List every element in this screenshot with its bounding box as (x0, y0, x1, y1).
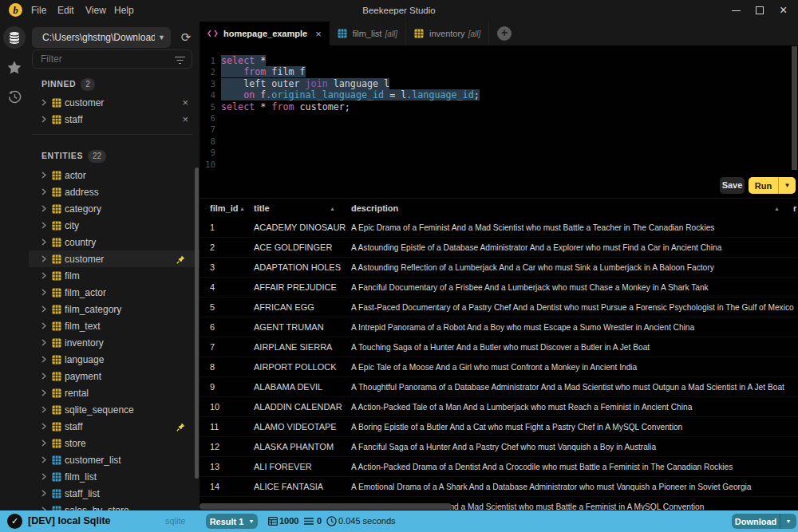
save-button[interactable]: Save (720, 177, 745, 194)
table-row[interactable]: 14ALICE FANTASIAA Emotional Drama of a A… (200, 477, 798, 497)
entities-item-payment[interactable]: payment (29, 368, 200, 384)
entities-item-category[interactable]: category (29, 200, 200, 217)
entities-item-film_text[interactable]: film_text (29, 317, 200, 334)
editor-line: 7 (200, 124, 480, 135)
horizontal-scrollbar[interactable] (200, 503, 452, 510)
sort-arrow-icon[interactable]: ▲ (774, 199, 780, 219)
table-row[interactable]: 11ALAMO VIDEOTAPEA Boring Epistle of a B… (200, 417, 798, 437)
cell-title: ALAMO VIDEOTAPE (254, 417, 348, 437)
cell-title: ALICE FANTASIA (254, 477, 348, 497)
cell-film-id: 2 (210, 238, 246, 258)
new-tab-button[interactable]: + (497, 26, 512, 41)
table-row[interactable]: 7AIRPLANE SIERRAA Touching Saga of a Hun… (200, 337, 798, 357)
entities-item-film_actor[interactable]: film_actor (29, 284, 200, 301)
chevron-right-icon (41, 255, 46, 262)
filter-icon (175, 56, 185, 65)
run-button[interactable]: Run▼ (749, 177, 796, 194)
refresh-icon[interactable]: ⟳ (176, 27, 196, 48)
pinned-item-staff[interactable]: staff× (29, 111, 200, 128)
table-icon (52, 372, 61, 381)
entities-item-address[interactable]: address (29, 183, 200, 200)
saved-queries-icon[interactable] (0, 61, 29, 77)
entities-item-city[interactable]: city (29, 217, 200, 234)
entities-item-staff_list[interactable]: staff_list (29, 485, 200, 502)
table-row[interactable]: 3ADAPTATION HOLESA Astounding Reflection… (200, 258, 798, 278)
column-header-film_id[interactable]: film_id (210, 199, 238, 219)
history-icon[interactable] (0, 89, 29, 104)
table-row[interactable]: 4AFFAIR PREJUDICEA Fanciful Documentary … (200, 278, 798, 298)
column-header-title[interactable]: title (254, 199, 270, 219)
table-row[interactable]: 13ALI FOREVERA Action-Packed Drama of a … (200, 457, 798, 477)
tab-close-icon[interactable]: × (315, 28, 322, 40)
entities-item-actor[interactable]: actor (29, 167, 200, 183)
pinned-indicator-icon[interactable] (176, 253, 185, 267)
entities-item-store[interactable]: store (29, 435, 200, 451)
sidebar: C:\Users\ghstng\Downloads▼ ⟳ Filter PINN… (29, 22, 200, 510)
cell-film-id: 8 (210, 357, 246, 377)
cell-description: A Fast-Paced Documentary of a Pastry Che… (351, 298, 798, 317)
column-header-partial[interactable]: r (793, 199, 796, 219)
table-row[interactable]: 9ALABAMA DEVILA Thoughtful Panorama of a… (200, 377, 798, 397)
table-icon (52, 422, 61, 432)
entities-item-sales_by_store[interactable]: sales_by_store (29, 502, 200, 510)
entities-item-film[interactable]: film (29, 267, 200, 284)
entities-item-customer[interactable]: customer (29, 250, 200, 267)
table-row[interactable]: 1ACADEMY DINOSAURA Epic Drama of a Femin… (200, 218, 798, 238)
entities-item-sqlite_sequence[interactable]: sqlite_sequence (29, 401, 200, 418)
pinned-header: PINNED2 (41, 78, 95, 89)
table-icon (52, 254, 61, 264)
connection-dropdown[interactable]: C:\Users\ghstng\Downloads▼ (32, 27, 171, 48)
unpin-icon[interactable]: × (182, 94, 188, 111)
entity-label: actor (65, 170, 86, 181)
unpin-icon[interactable]: × (182, 111, 188, 128)
entities-item-rental[interactable]: rental (29, 384, 200, 401)
filter-input[interactable]: Filter (32, 49, 192, 69)
minimize-button[interactable] (732, 10, 741, 11)
tab-film_list[interactable]: film_list[all] (330, 22, 406, 45)
tab-inventory[interactable]: inventory[all] (406, 22, 489, 45)
download-button[interactable]: Download▼ (732, 514, 796, 529)
line-number: 7 (200, 124, 215, 136)
table-row[interactable]: 12ALASKA PHANTOMA Fanciful Saga of a Hun… (200, 437, 798, 457)
entities-item-inventory[interactable]: inventory (29, 334, 200, 351)
editor-line: 5select * from customer; (200, 101, 480, 112)
entities-item-customer_list[interactable]: customer_list (29, 451, 200, 468)
entities-item-language[interactable]: language (29, 351, 200, 368)
pin-icon (176, 423, 185, 432)
entities-item-film_category[interactable]: film_category (29, 301, 200, 317)
cell-film-id: 13 (210, 457, 246, 477)
cell-title: AFRICAN EGG (254, 298, 348, 317)
sql-editor[interactable]: 1select *2 from film f3 left outer join … (200, 55, 480, 170)
entity-label: customer (65, 97, 104, 108)
pinned-item-customer[interactable]: customer× (29, 94, 200, 111)
entities-item-staff[interactable]: staff (29, 418, 200, 435)
maximize-button[interactable] (756, 6, 764, 14)
table-row[interactable]: 5AFRICAN EGGA Fast-Paced Documentary of … (200, 298, 798, 317)
cell-title: ACE GOLDFINGER (254, 238, 348, 258)
table-icon (52, 388, 61, 398)
sort-arrow-icon[interactable]: ▲ (330, 199, 335, 219)
sort-arrow-icon[interactable]: ▲ (239, 199, 245, 219)
close-button[interactable]: × (780, 0, 787, 22)
database-connection-icon[interactable] (3, 26, 26, 49)
pinned-indicator-icon[interactable] (176, 420, 185, 435)
entity-label: film (65, 270, 80, 282)
chevron-right-icon (41, 116, 46, 123)
entities-item-film_list[interactable]: film_list (29, 468, 200, 485)
column-header-description[interactable]: description (351, 199, 398, 219)
table-icon (52, 187, 61, 197)
cell-film-id: 9 (210, 377, 246, 397)
sidebar-scrollbar[interactable] (195, 167, 199, 479)
table-row[interactable]: 10ALADDIN CALENDARA Action-Packed Tale o… (200, 397, 798, 417)
entity-label: film_category (65, 304, 121, 315)
table-row[interactable]: 2ACE GOLDFINGERA Astounding Epistle of a… (200, 238, 798, 258)
editor-scrollbar[interactable] (792, 46, 797, 170)
table-row[interactable]: 6AGENT TRUMANA Intrepid Panorama of a Ro… (200, 317, 798, 337)
download-dropdown-icon[interactable]: ▼ (780, 518, 796, 524)
table-row[interactable]: 8AIRPORT POLLOCKA Epic Tale of a Moose A… (200, 357, 798, 377)
tab-homepage_example[interactable]: homepage_example× (200, 22, 330, 45)
result-tab-button[interactable]: Result 1▼ (206, 514, 258, 529)
table-icon (52, 321, 61, 331)
run-dropdown-icon[interactable]: ▼ (779, 182, 796, 189)
entities-item-country[interactable]: country (29, 234, 200, 250)
